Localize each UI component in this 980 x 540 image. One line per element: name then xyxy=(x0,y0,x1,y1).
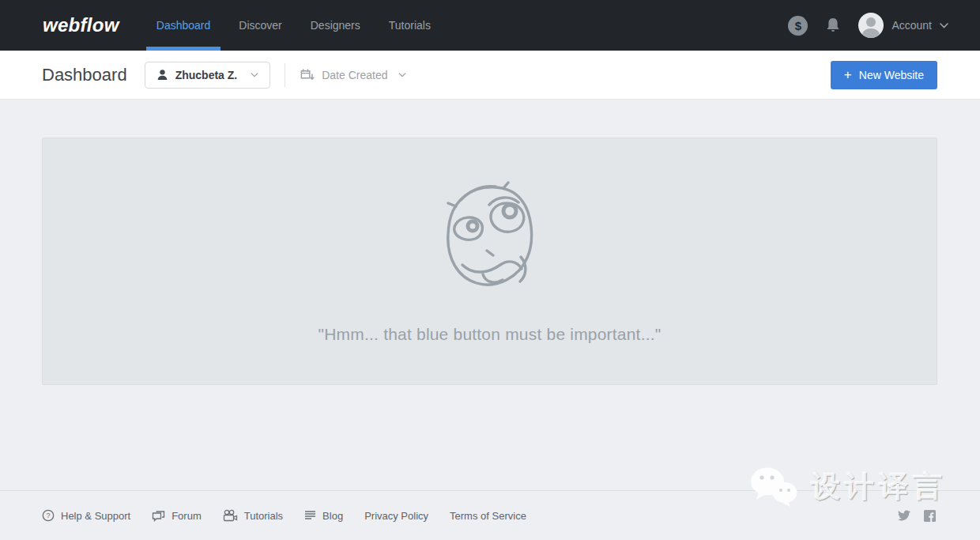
nav-item-label: Tutorials xyxy=(389,19,431,32)
chevron-down-icon xyxy=(251,73,258,77)
new-website-button[interactable]: + New Website xyxy=(831,61,937,89)
footer-link-help-support[interactable]: ? Help & Support xyxy=(42,509,130,522)
nav-item-label: Discover xyxy=(239,19,281,32)
empty-state-card: "Hmm... that blue button must be importa… xyxy=(42,138,937,385)
account-menu[interactable]: Account xyxy=(858,13,948,38)
video-camera-icon xyxy=(223,509,238,522)
sort-value: Date Created xyxy=(322,69,387,81)
page-header: Dashboard Zhucbeta Z. Date Created + New… xyxy=(0,51,980,100)
facebook-icon[interactable] xyxy=(924,510,936,522)
webflow-logo[interactable]: webflow xyxy=(43,14,119,36)
avatar xyxy=(858,13,884,38)
header-divider xyxy=(285,63,285,87)
nav-right-group: $ Account xyxy=(788,0,948,51)
empty-state-caption: "Hmm... that blue button must be importa… xyxy=(318,325,662,344)
sort-dropdown[interactable]: Date Created xyxy=(300,67,406,82)
billing-dollar-icon[interactable]: $ xyxy=(788,16,808,36)
nav-item-label: Designers xyxy=(311,19,360,32)
footer-link-label: Tutorials xyxy=(244,510,283,522)
notifications-bell-icon[interactable] xyxy=(825,17,841,34)
nav-item-tutorials[interactable]: Tutorials xyxy=(379,0,441,51)
footer-link-blog[interactable]: Blog xyxy=(304,510,343,522)
footer-link-label: Forum xyxy=(172,510,202,522)
footer: ? Help & Support Forum Tutorials Blog Pr… xyxy=(0,490,980,540)
top-navbar: webflow Dashboard Discover Designers Tut… xyxy=(0,0,980,51)
nav-item-dashboard[interactable]: Dashboard xyxy=(146,0,221,51)
thinking-face-doodle xyxy=(437,181,543,293)
dollar-glyph: $ xyxy=(795,19,801,32)
footer-link-label: Help & Support xyxy=(61,510,130,522)
social-icons xyxy=(898,510,936,522)
footer-link-terms-of-service[interactable]: Terms of Service xyxy=(450,510,526,522)
help-circle-icon: ? xyxy=(42,509,55,522)
nav-item-discover[interactable]: Discover xyxy=(228,0,292,51)
chevron-down-icon xyxy=(940,23,948,28)
footer-link-privacy-policy[interactable]: Privacy Policy xyxy=(364,510,428,522)
calendar-sort-icon xyxy=(300,67,315,82)
workspace-dropdown[interactable]: Zhucbeta Z. xyxy=(145,62,271,89)
main-content: "Hmm... that blue button must be importa… xyxy=(0,100,980,540)
page-title: Dashboard xyxy=(42,65,127,85)
workspace-value: Zhucbeta Z. xyxy=(175,69,238,81)
footer-link-tutorials[interactable]: Tutorials xyxy=(223,509,283,522)
nav-item-designers[interactable]: Designers xyxy=(300,0,371,51)
plus-icon: + xyxy=(844,70,852,81)
person-icon xyxy=(156,69,168,81)
footer-link-label: Blog xyxy=(322,510,343,522)
chevron-down-icon xyxy=(398,73,406,77)
footer-link-label: Terms of Service xyxy=(450,510,526,522)
footer-link-label: Privacy Policy xyxy=(364,510,428,522)
nav-item-label: Dashboard xyxy=(156,19,211,32)
blog-lines-icon xyxy=(304,510,316,521)
account-label: Account xyxy=(891,19,932,32)
forum-chat-icon xyxy=(152,509,165,522)
new-website-label: New Website xyxy=(859,69,924,81)
svg-text:?: ? xyxy=(46,512,50,519)
footer-link-forum[interactable]: Forum xyxy=(152,509,202,522)
twitter-icon[interactable] xyxy=(898,510,910,521)
